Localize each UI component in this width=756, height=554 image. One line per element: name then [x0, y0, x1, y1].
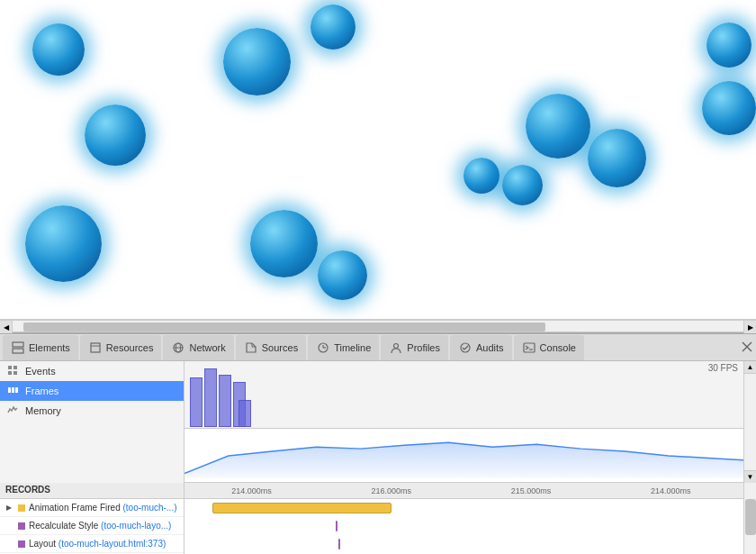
record-label-0: Animation Frame Fired (too-much-...) [29, 503, 177, 513]
frame-bar-2 [219, 375, 231, 427]
bubble [85, 104, 146, 166]
records-scrollbar-thumb[interactable] [745, 499, 756, 535]
scroll-down-arrow[interactable]: ▼ [744, 470, 756, 483]
records-list: RECORDS ▶Animation Frame Fired (too-much… [0, 483, 184, 554]
bubble [318, 250, 367, 300]
vertical-scrollbar-timeline[interactable]: ▲ ▼ [743, 361, 756, 483]
tab-console[interactable]: Console [514, 335, 584, 360]
record-label-2: Layout (too-much-layout.html:373) [29, 539, 166, 549]
bubble [702, 81, 756, 135]
memory-icon [7, 404, 20, 417]
console-icon [522, 341, 536, 355]
tab-frames[interactable]: Frames [0, 381, 184, 401]
tab-sources-label: Sources [262, 342, 298, 353]
frames-icon [7, 385, 20, 397]
horizontal-scrollbar[interactable]: ◀ ▶ [0, 320, 756, 332]
tab-elements-label: Elements [29, 342, 70, 353]
tab-audits[interactable]: Audits [450, 335, 512, 360]
svg-point-10 [394, 344, 399, 349]
close-devtools-button[interactable] [740, 340, 754, 356]
bubble [250, 210, 318, 277]
svg-rect-21 [14, 371, 17, 375]
record-link-1[interactable]: (too-much-layo...) [101, 521, 171, 531]
record-row-0[interactable]: ▶Animation Frame Fired (too-much-...) [0, 499, 184, 517]
record-link-2[interactable]: (too-much-layout.html:373) [58, 539, 166, 549]
svg-rect-24 [15, 387, 18, 393]
events-label: Events [25, 366, 56, 377]
sources-icon [244, 341, 258, 355]
bubble [223, 28, 291, 95]
left-panel-tabs: Events Frames Memory [0, 361, 184, 421]
tab-network-label: Network [189, 342, 225, 353]
record-row-2[interactable]: Layout (too-much-layout.html:373) [0, 535, 184, 553]
svg-rect-0 [13, 342, 23, 347]
records-vertical-scrollbar[interactable] [743, 483, 756, 554]
bubble [526, 94, 590, 159]
tab-network[interactable]: Network [163, 335, 233, 360]
tab-elements[interactable]: Elements [3, 335, 78, 360]
left-panel: Events Frames Memory [0, 361, 184, 483]
scroll-up-arrow[interactable]: ▲ [744, 361, 756, 374]
scrollbar-thumb[interactable] [23, 322, 545, 331]
record-color-2 [18, 540, 25, 548]
ruler-mark: 214.000ms [231, 486, 272, 495]
record-bar-row-0 [184, 499, 743, 517]
svg-rect-1 [13, 349, 23, 353]
record-bar-animation [212, 503, 392, 513]
frame-bar-0 [190, 377, 202, 427]
resources-icon [88, 341, 103, 355]
memory-area [184, 429, 743, 483]
records-section: RECORDS ▶Animation Frame Fired (too-much… [0, 483, 756, 554]
tab-memory[interactable]: Memory [0, 401, 184, 421]
tab-resources[interactable]: Resources [80, 335, 162, 360]
memory-label: Memory [25, 405, 61, 416]
record-color-0 [18, 504, 25, 512]
frame-bar-4 [238, 400, 251, 427]
scroll-left-arrow[interactable]: ◀ [0, 321, 13, 333]
tab-bar: Elements Resources Network Sources Timel… [0, 334, 756, 361]
records-timeline: 214.000ms216.000ms215.000ms214.000ms [184, 483, 743, 554]
tab-audits-label: Audits [476, 342, 504, 353]
record-row-1[interactable]: Recalculate Style (too-much-layo...) [0, 517, 184, 535]
record-label-1: Recalculate Style (too-much-layo...) [29, 521, 171, 531]
tab-events[interactable]: Events [0, 361, 184, 381]
timeline-ruler: 214.000ms216.000ms215.000ms214.000ms [184, 483, 743, 499]
bubble [310, 5, 356, 50]
record-bar-layout [338, 539, 340, 549]
ruler-mark: 215.000ms [511, 486, 552, 495]
svg-line-12 [463, 348, 464, 350]
profiles-icon [389, 341, 403, 355]
records-header: RECORDS [0, 483, 184, 499]
record-color-1 [18, 522, 25, 530]
bubble [32, 23, 85, 76]
frame-bar-1 [204, 368, 217, 427]
frames-label: Frames [25, 386, 58, 396]
ruler-mark: 214.000ms [651, 486, 691, 495]
bubble-canvas [0, 0, 756, 319]
tab-profiles[interactable]: Profiles [381, 335, 448, 360]
record-bar-row-2 [184, 535, 743, 553]
tab-console-label: Console [540, 342, 576, 353]
svg-rect-18 [8, 366, 12, 369]
right-panel: 30 FPS [184, 361, 743, 483]
scroll-right-arrow[interactable]: ▶ [743, 321, 756, 333]
bubble [706, 23, 752, 68]
timeline-body: Events Frames Memory [0, 361, 756, 483]
fps-label: 30 FPS [708, 363, 738, 373]
tab-resources-label: Resources [106, 342, 154, 353]
play-button-0[interactable]: ▶ [4, 503, 14, 513]
browser-viewport [0, 0, 756, 320]
tab-timeline-label: Timeline [334, 342, 371, 353]
svg-rect-22 [8, 387, 11, 393]
tab-timeline[interactable]: Timeline [308, 335, 379, 360]
bubble [25, 205, 102, 282]
tab-sources[interactable]: Sources [236, 335, 306, 360]
svg-rect-20 [8, 371, 12, 375]
tab-profiles-label: Profiles [407, 342, 440, 353]
record-bar-row-1 [184, 517, 743, 535]
svg-point-11 [461, 343, 470, 352]
record-bar-recalc [336, 521, 338, 531]
svg-rect-23 [12, 387, 14, 393]
record-link-0[interactable]: (too-much-...) [122, 503, 176, 513]
ruler-mark: 216.000ms [372, 486, 412, 495]
